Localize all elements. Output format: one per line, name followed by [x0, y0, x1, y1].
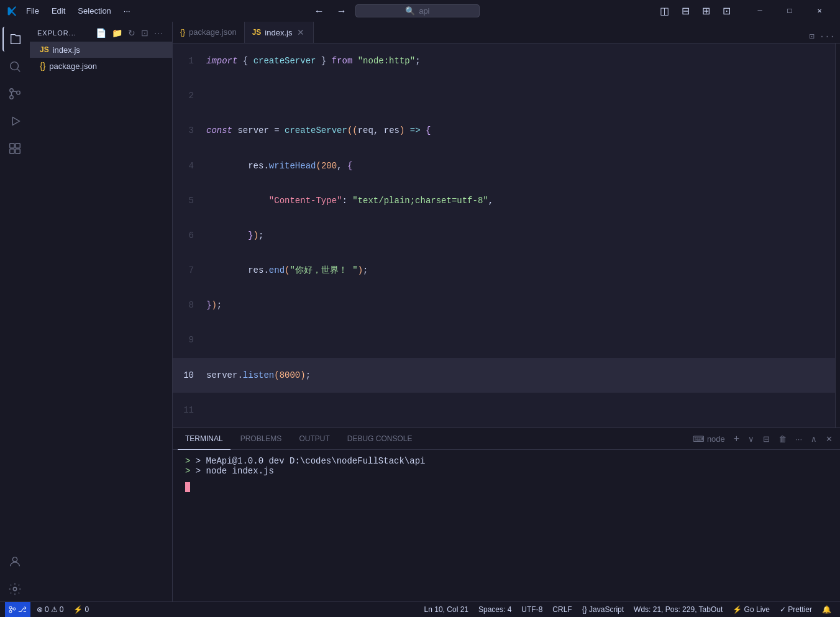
- sidebar-header: EXPLOR... 📄 📁 ↻ ⊡ ···: [30, 22, 172, 42]
- terminal-dropdown-button[interactable]: ∨: [746, 433, 757, 445]
- terminal-line-2: > > node index.js: [185, 466, 828, 476]
- status-cursor-position[interactable]: Ln 10, Col 21: [421, 602, 472, 618]
- panel-tabs: TERMINAL PROBLEMS OUTPUT DEBUG CONSOLE ⌨…: [173, 428, 840, 450]
- status-git-branch[interactable]: ⎇: [5, 602, 30, 618]
- status-encoding[interactable]: UTF-8: [518, 602, 546, 618]
- minimize-button[interactable]: ─: [746, 0, 774, 22]
- svg-point-11: [9, 610, 12, 613]
- terminal-cmd-1: > MeApi@1.0.0 dev D:\codes\nodeFullStack…: [196, 456, 426, 466]
- menu-selection[interactable]: Selection: [74, 5, 114, 17]
- tab-bar: {} package.json JS index.js ✕ ⊡ ···: [173, 22, 840, 43]
- panel-tab-problems[interactable]: PROBLEMS: [233, 428, 290, 450]
- window-controls: ─ □ ✕: [746, 0, 834, 22]
- panel-actions: ⌨ node + ∨ ⊟ 🗑 ··· ∧ ✕: [690, 432, 835, 446]
- terminal-cursor: [185, 482, 190, 492]
- status-spaces[interactable]: Spaces: 4: [475, 602, 515, 618]
- activity-source-control[interactable]: [2, 81, 27, 106]
- status-go-live[interactable]: ⚡ Go Live: [729, 602, 774, 618]
- code-line-4: 4 res.writeHead(200, {: [173, 149, 835, 183]
- activity-settings[interactable]: [2, 577, 27, 601]
- code-line-2: 2: [173, 78, 835, 113]
- split-editor-button[interactable]: ⊡: [808, 30, 815, 43]
- code-line-10: 10 server.listen(8000);: [173, 358, 835, 393]
- status-errors[interactable]: ⊗ 0 ⚠ 0: [33, 602, 67, 618]
- line-num-10: 10: [173, 358, 204, 393]
- split-terminal-button[interactable]: ⊟: [760, 433, 772, 445]
- status-wds[interactable]: Wds: 21, Pos: 229, TabOut: [630, 602, 726, 618]
- activity-account[interactable]: [2, 549, 27, 574]
- search-bar[interactable]: 🔍 api: [355, 4, 480, 17]
- layout-sidebar-icon[interactable]: ◫: [656, 4, 673, 18]
- tab-package-json[interactable]: {} package.json: [173, 22, 245, 43]
- error-count: 0: [45, 605, 49, 614]
- new-folder-button[interactable]: 📁: [111, 27, 124, 39]
- layout-customize-icon[interactable]: ⊡: [719, 4, 734, 18]
- panel-close-button[interactable]: ✕: [823, 433, 835, 445]
- status-language[interactable]: {} JavaScript: [578, 602, 628, 618]
- sidebar-item-index-js[interactable]: JS index.js: [30, 42, 172, 58]
- remote-count: 0: [84, 605, 89, 614]
- activity-run-debug[interactable]: [2, 109, 27, 134]
- tab-index-js[interactable]: JS index.js ✕: [245, 22, 314, 43]
- search-icon: 🔍: [405, 6, 415, 16]
- line-content-1: import { createServer } from "node:http"…: [204, 43, 835, 78]
- code-editor[interactable]: 1 import { createServer } from "node:htt…: [173, 43, 835, 427]
- sidebar-item-package-json[interactable]: {} package.json: [30, 58, 172, 74]
- status-bar: ⎇ ⊗ 0 ⚠ 0 ⚡ 0 Ln 10, Col 21 Spaces: 4 UT…: [0, 601, 840, 617]
- terminal-icon: ⌨: [693, 434, 705, 444]
- add-terminal-button[interactable]: +: [731, 432, 742, 446]
- activity-extensions[interactable]: [2, 136, 27, 161]
- status-line-ending[interactable]: CRLF: [549, 602, 575, 618]
- svg-rect-7: [16, 149, 20, 153]
- line-content-2: [204, 78, 835, 113]
- status-prettier[interactable]: ✓ Prettier: [776, 602, 816, 618]
- status-remote[interactable]: ⚡ 0: [70, 602, 93, 618]
- new-file-button[interactable]: 📄: [94, 27, 108, 39]
- terminal-shell-indicator[interactable]: ⌨ node: [690, 433, 728, 445]
- sidebar-filename-index: index.js: [53, 45, 80, 55]
- svg-point-10: [9, 606, 12, 609]
- tab-close-button[interactable]: ✕: [296, 27, 306, 37]
- panel-more-button[interactable]: ···: [793, 433, 805, 445]
- svg-rect-4: [10, 144, 14, 148]
- status-notifications[interactable]: 🔔: [818, 602, 835, 618]
- svg-point-1: [10, 89, 14, 93]
- panel-tab-debug-console[interactable]: DEBUG CONSOLE: [340, 428, 420, 450]
- more-tab-actions-button[interactable]: ···: [818, 30, 836, 43]
- terminal-prompt-2: >: [185, 466, 196, 476]
- close-button[interactable]: ✕: [805, 0, 834, 22]
- line-num-7: 7: [173, 253, 204, 288]
- panel-tab-output[interactable]: OUTPUT: [291, 428, 337, 450]
- main-layout: EXPLOR... 📄 📁 ↻ ⊡ ··· JS index.js {} pac…: [0, 22, 840, 601]
- line-content-3: const server = createServer((req, res) =…: [204, 113, 835, 148]
- collapse-all-button[interactable]: ⊡: [140, 27, 150, 39]
- activity-explorer[interactable]: [2, 27, 27, 52]
- menu-file[interactable]: File: [22, 5, 43, 17]
- panel-maximize-button[interactable]: ∧: [808, 433, 819, 445]
- maximize-button[interactable]: □: [775, 0, 804, 22]
- vscode-logo-icon: [6, 6, 17, 17]
- menu-edit[interactable]: Edit: [48, 5, 69, 17]
- activity-search[interactable]: [2, 54, 27, 79]
- layout-split-icon[interactable]: ⊞: [698, 4, 714, 18]
- git-branch-label: ⎇: [18, 605, 27, 614]
- line-content-7: res.end("你好，世界！ ");: [204, 253, 835, 288]
- refresh-explorer-button[interactable]: ↻: [127, 27, 137, 39]
- terminal-content[interactable]: > > MeApi@1.0.0 dev D:\codes\nodeFullSta…: [173, 450, 840, 601]
- tab-label-package: package.json: [189, 27, 237, 37]
- svg-point-3: [17, 91, 21, 94]
- sidebar-title: EXPLOR...: [37, 29, 76, 37]
- js-file-icon: JS: [40, 45, 49, 54]
- line-num-2: 2: [173, 78, 204, 113]
- nav-back-button[interactable]: ←: [311, 4, 328, 18]
- nav-forward-button[interactable]: →: [333, 4, 350, 18]
- layout-panel-icon[interactable]: ⊟: [678, 4, 693, 18]
- more-actions-button[interactable]: ···: [153, 27, 165, 39]
- editor-wrapper: 1 import { createServer } from "node:htt…: [173, 43, 840, 427]
- svg-point-12: [13, 608, 16, 610]
- line-num-1: 1: [173, 43, 204, 78]
- line-num-6: 6: [173, 218, 204, 253]
- panel-tab-terminal[interactable]: TERMINAL: [178, 428, 231, 450]
- kill-terminal-button[interactable]: 🗑: [776, 433, 789, 445]
- menu-more[interactable]: ···: [120, 5, 134, 17]
